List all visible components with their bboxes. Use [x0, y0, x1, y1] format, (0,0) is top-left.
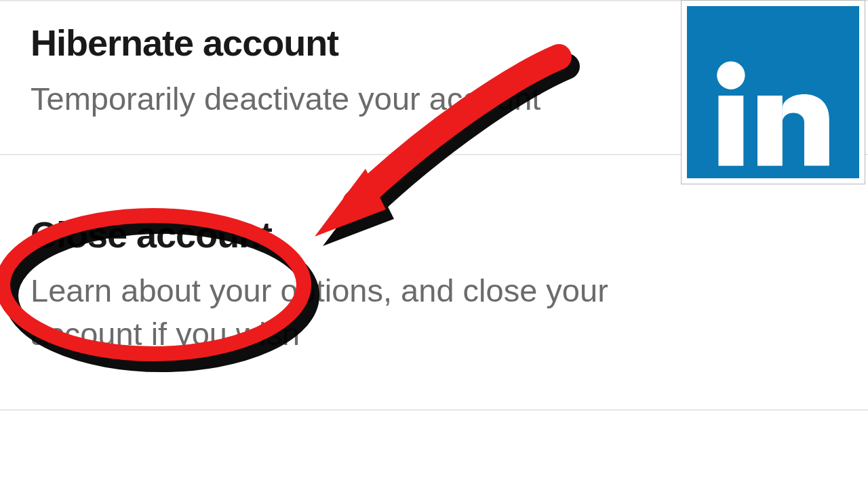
settings-screenshot: Hibernate account Temporarily deactivate…: [0, 0, 868, 488]
svg-point-0: [717, 62, 745, 89]
linkedin-logo: [681, 0, 865, 184]
svg-rect-1: [719, 96, 744, 166]
close-title: Close account: [31, 214, 837, 256]
close-account-option[interactable]: Close account Learn about your options, …: [0, 155, 868, 411]
hibernate-description: Temporarily deactivate your account: [31, 77, 722, 120]
close-description: Learn about your options, and close your…: [31, 269, 722, 355]
svg-rect-2: [757, 96, 783, 166]
linkedin-icon: [687, 6, 859, 178]
